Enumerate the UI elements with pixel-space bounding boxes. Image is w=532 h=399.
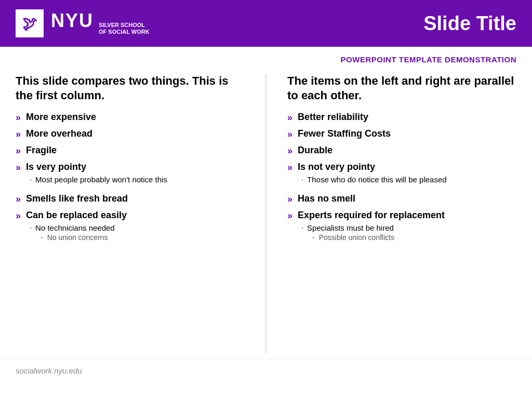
sub-item-label: No technicians needed bbox=[35, 223, 115, 232]
item-label: Fragile bbox=[26, 145, 57, 156]
list-item: » Experts required for replacement • Spe… bbox=[287, 210, 516, 247]
item-label: Durable bbox=[298, 145, 332, 156]
list-item: » Has no smell bbox=[287, 193, 516, 205]
chevron-icon: » bbox=[16, 112, 21, 123]
list-item: - Possible union conflicts bbox=[312, 233, 394, 242]
dash-icon: - bbox=[41, 233, 43, 242]
list-item: » Durable bbox=[287, 145, 516, 156]
list-item: » Fewer Staffing Costs bbox=[287, 128, 516, 140]
bullet-icon: • bbox=[30, 227, 31, 230]
right-bullet-list: » Better reliability » Fewer Staffing Co… bbox=[287, 112, 516, 247]
school-name: SILVER SCHOOL OF SOCIAL WORK bbox=[99, 22, 150, 35]
list-item: » Smells like fresh bread bbox=[16, 193, 245, 205]
nyu-wordmark: NYU SILVER SCHOOL OF SOCIAL WORK bbox=[51, 11, 150, 35]
chevron-icon: » bbox=[287, 145, 292, 156]
footer-url: socialwork.nyu.edu bbox=[16, 366, 82, 375]
item-label: Better reliability bbox=[298, 112, 368, 123]
item-label: Smells like fresh bread bbox=[26, 193, 128, 204]
chevron-icon: » bbox=[287, 112, 292, 123]
item-label: Fewer Staffing Costs bbox=[298, 128, 391, 139]
list-item: • No technicians needed - No union conce… bbox=[30, 223, 115, 243]
list-item: » More overhead bbox=[16, 128, 245, 140]
sub-item-label: Most people probably won't notice this bbox=[35, 175, 167, 184]
sub-list: • No technicians needed - No union conce… bbox=[30, 223, 115, 245]
list-item: • Specialists must be hired - Possible u… bbox=[302, 223, 394, 243]
list-item: » Is not very pointy • Those who do noti… bbox=[287, 162, 516, 188]
item-label: More expensive bbox=[26, 112, 96, 123]
item-label: Can be replaced easily bbox=[26, 210, 127, 221]
chevron-icon: » bbox=[287, 162, 292, 173]
nyu-torch-icon: 🕊 bbox=[22, 15, 37, 32]
sub-list: • Most people probably won't notice this bbox=[30, 175, 167, 186]
header: 🕊 NYU SILVER SCHOOL OF SOCIAL WORK Slide… bbox=[0, 0, 532, 47]
left-column-heading: This slide compares two things. This is … bbox=[16, 74, 245, 102]
sub-list: • Specialists must be hired - Possible u… bbox=[302, 223, 394, 245]
chevron-icon: » bbox=[16, 210, 21, 221]
right-column: The items on the left and right are para… bbox=[287, 74, 516, 353]
sub-item-label: Those who do notice this will be pleased bbox=[307, 175, 447, 184]
item-label: More overhead bbox=[26, 128, 92, 139]
slide-title: Slide Title bbox=[423, 12, 516, 35]
item-label: Is very pointy bbox=[26, 162, 86, 172]
chevron-icon: » bbox=[287, 194, 292, 205]
item-label: Is not very pointy bbox=[298, 162, 375, 172]
left-column: This slide compares two things. This is … bbox=[16, 74, 245, 353]
subtitle-text: POWERPOINT TEMPLATE DEMONSTRATION bbox=[341, 55, 516, 64]
logo-area: 🕊 NYU SILVER SCHOOL OF SOCIAL WORK bbox=[16, 9, 150, 37]
item-label: Experts required for replacement bbox=[298, 210, 445, 221]
column-divider bbox=[265, 74, 267, 353]
chevron-icon: » bbox=[16, 194, 21, 205]
nyu-logo-box: 🕊 bbox=[16, 9, 44, 37]
chevron-icon: » bbox=[16, 129, 21, 140]
footer: socialwork.nyu.edu bbox=[0, 358, 532, 383]
left-bullet-list: » More expensive » More overhead » Fragi… bbox=[16, 112, 245, 247]
chevron-icon: » bbox=[287, 129, 292, 140]
chevron-icon: » bbox=[16, 145, 21, 156]
dash-icon: - bbox=[312, 233, 315, 242]
sub-item-label: Specialists must be hired bbox=[307, 223, 394, 232]
bullet-icon: • bbox=[302, 227, 303, 230]
subtitle-bar: POWERPOINT TEMPLATE DEMONSTRATION bbox=[0, 47, 532, 69]
right-column-heading: The items on the left and right are para… bbox=[287, 74, 516, 102]
nyu-text: NYU bbox=[51, 11, 94, 30]
bullet-icon: • bbox=[302, 178, 303, 181]
item-label: Has no smell bbox=[298, 193, 355, 204]
sub-sub-item-label: No union concerns bbox=[47, 233, 108, 242]
list-item: » More expensive bbox=[16, 112, 245, 123]
sub-sub-item-label: Possible union conflicts bbox=[319, 233, 395, 242]
chevron-icon: » bbox=[16, 162, 21, 173]
bullet-icon: • bbox=[30, 178, 31, 181]
sub-list: • Those who do notice this will be pleas… bbox=[302, 175, 447, 186]
list-item: » Can be replaced easily • No technician… bbox=[16, 210, 245, 247]
sub-sub-list: - Possible union conflicts bbox=[312, 233, 394, 243]
list-item: • Those who do notice this will be pleas… bbox=[302, 175, 447, 184]
list-item: » Is very pointy • Most people probably … bbox=[16, 162, 245, 188]
main-content: This slide compares two things. This is … bbox=[0, 69, 532, 358]
list-item: » Fragile bbox=[16, 145, 245, 156]
list-item: » Better reliability bbox=[287, 112, 516, 123]
list-item: • Most people probably won't notice this bbox=[30, 175, 167, 184]
chevron-icon: » bbox=[287, 210, 292, 221]
sub-sub-list: - No union concerns bbox=[41, 233, 108, 243]
list-item: - No union concerns bbox=[41, 233, 108, 242]
